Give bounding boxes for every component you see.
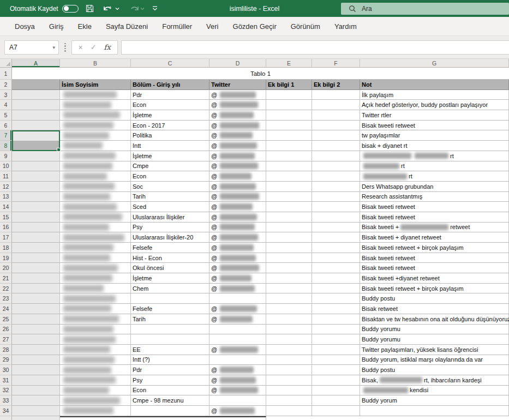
cell-e9[interactable] — [266, 151, 312, 161]
tab-g-r-n-m[interactable]: Görünüm — [284, 18, 327, 35]
cell-a20[interactable] — [12, 263, 60, 273]
cell-g13[interactable]: Research assistantmış — [360, 192, 509, 202]
cell-g31[interactable]: Bisak, rt, ihbarcıların kardeşi — [360, 375, 509, 386]
cell-d3[interactable]: @ — [209, 90, 266, 100]
cell-f11[interactable] — [312, 171, 360, 182]
formula-input[interactable] — [121, 40, 509, 55]
cell-f23[interactable] — [312, 293, 360, 304]
cell-f7[interactable] — [312, 130, 360, 141]
cell-e8[interactable] — [266, 141, 312, 151]
cell-e15[interactable] — [266, 212, 312, 223]
cell-a11[interactable] — [12, 171, 60, 182]
cell-e17[interactable] — [266, 232, 312, 243]
cell-a35[interactable] — [12, 416, 60, 420]
cell-c19[interactable]: Hist - Econ — [131, 253, 209, 263]
cell-f34[interactable] — [312, 406, 360, 416]
cell-c25[interactable]: Tarih — [131, 314, 209, 325]
cell-b4[interactable] — [60, 100, 131, 110]
cell-c20[interactable]: Okul öncesi — [131, 263, 209, 273]
select-all-corner[interactable] — [0, 59, 12, 68]
cell-e21[interactable] — [266, 273, 312, 284]
cell-a30[interactable] — [12, 365, 60, 375]
header-cell-g2[interactable]: Not — [360, 80, 509, 90]
cell-d30[interactable]: @ — [209, 365, 266, 375]
undo-button[interactable] — [101, 3, 121, 14]
cell-g26[interactable]: Buddy yorumu — [360, 325, 509, 335]
cell-g25[interactable]: Bisaktan ve tw hesabının ona ait olduğun… — [360, 314, 509, 325]
cell-b29[interactable] — [60, 355, 131, 365]
row-header-22[interactable]: 22 — [0, 284, 12, 294]
cell-e31[interactable] — [266, 375, 312, 386]
cell-g23[interactable]: Buddy postu — [360, 293, 509, 304]
cell-a9[interactable] — [12, 151, 60, 161]
cell-d17[interactable]: @ — [209, 232, 266, 243]
cell-g21[interactable]: Bisak tweeti +diyanet retweet — [360, 273, 509, 284]
cell-f31[interactable] — [312, 375, 360, 386]
cell-g17[interactable]: Bisak tweeti + diyanet retweet — [360, 232, 509, 243]
tab-dosya[interactable]: Dosya — [8, 18, 42, 35]
row-header-30[interactable]: 30 — [0, 365, 12, 375]
cell-c21[interactable]: İşletme — [131, 273, 209, 284]
cell-a16[interactable] — [12, 223, 60, 233]
cell-g9[interactable]: rt — [360, 151, 509, 161]
cell-e22[interactable] — [266, 284, 312, 294]
cell-c33[interactable]: Cmpe - 98 mezunu — [131, 395, 209, 406]
cell-e12[interactable] — [266, 182, 312, 192]
cell-c28[interactable]: EE — [131, 345, 209, 355]
cell-a15[interactable] — [12, 212, 60, 223]
cell-f24[interactable] — [312, 304, 360, 314]
cell-c7[interactable]: Politika — [131, 130, 209, 141]
cell-a8[interactable] — [12, 141, 60, 151]
column-header-c[interactable]: C — [131, 59, 209, 68]
cell-c23[interactable] — [131, 293, 209, 304]
cell-b10[interactable] — [60, 161, 131, 172]
cell-b31[interactable] — [60, 375, 131, 386]
column-header-b[interactable]: B — [60, 59, 131, 68]
cell-c10[interactable]: Cmpe — [131, 161, 209, 172]
cell-e33[interactable] — [266, 395, 312, 406]
cell-b5[interactable] — [60, 110, 131, 121]
cell-e18[interactable] — [266, 243, 312, 253]
cell-b14[interactable] — [60, 202, 131, 212]
cell-g30[interactable]: Buddy postu — [360, 365, 509, 375]
cell-e26[interactable] — [266, 325, 312, 335]
cell-f21[interactable] — [312, 273, 360, 284]
cell-e4[interactable] — [266, 100, 312, 110]
header-cell-d2[interactable]: Twitter — [209, 80, 266, 90]
row-header-35[interactable] — [0, 416, 12, 420]
cell-c29[interactable]: Intt (?) — [131, 355, 209, 365]
cell-a29[interactable] — [12, 355, 60, 365]
column-header-a[interactable]: A — [12, 59, 60, 68]
cell-a4[interactable] — [12, 100, 60, 110]
header-cell-a2[interactable] — [12, 80, 60, 90]
cell-c34[interactable] — [131, 406, 209, 416]
cell-g3[interactable]: İlk paylaşım — [360, 90, 509, 100]
cell-g24[interactable]: Bisak retweet — [360, 304, 509, 314]
autosave-control[interactable]: Otomatik Kaydet — [10, 5, 79, 13]
header-cell-b2[interactable]: İsim Soyisim — [60, 80, 131, 90]
cell-g14[interactable]: Bisak tweeti retweet — [360, 202, 509, 212]
cell-b30[interactable] — [60, 365, 131, 375]
cell-d16[interactable]: @ — [209, 223, 266, 233]
cell-f13[interactable] — [312, 192, 360, 202]
row-header-4[interactable]: 4 — [0, 100, 12, 110]
row-header-32[interactable]: 32 — [0, 386, 12, 396]
cell-e27[interactable] — [266, 334, 312, 345]
cell-f9[interactable] — [312, 151, 360, 161]
cell-b34[interactable] — [60, 406, 131, 416]
cell-b15[interactable] — [60, 212, 131, 223]
cell-c26[interactable] — [131, 325, 209, 335]
cell-f10[interactable] — [312, 161, 360, 172]
cell-a32[interactable] — [12, 386, 60, 396]
column-header-g[interactable]: G — [360, 59, 509, 68]
cell-f5[interactable] — [312, 110, 360, 121]
cell-e25[interactable] — [266, 314, 312, 325]
cell-c6[interactable]: Econ - 2017 — [131, 121, 209, 131]
cell-c16[interactable]: Psy — [131, 223, 209, 233]
row-header-9[interactable]: 9 — [0, 151, 12, 161]
row-header-7[interactable]: 7 — [0, 130, 12, 141]
cell-e29[interactable] — [266, 355, 312, 365]
cell-g20[interactable]: Bisak tweeti retweet — [360, 263, 509, 273]
cell-b6[interactable] — [60, 121, 131, 131]
cell-f16[interactable] — [312, 223, 360, 233]
